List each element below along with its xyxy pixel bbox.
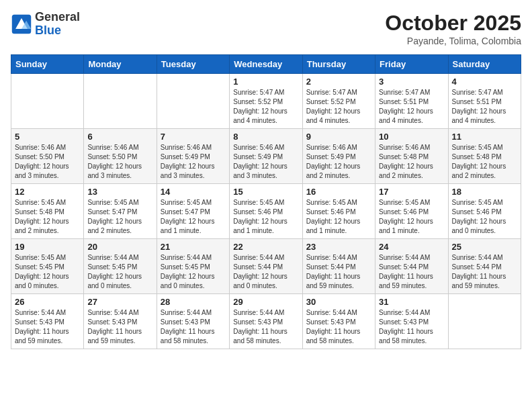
calendar-cell: 28Sunrise: 5:44 AM Sunset: 5:43 PM Dayli… xyxy=(157,294,229,349)
day-of-week-header: Wednesday xyxy=(230,55,302,74)
day-number: 17 xyxy=(379,187,444,197)
day-number: 10 xyxy=(379,132,444,142)
day-info: Sunrise: 5:45 AM Sunset: 5:47 PM Dayligh… xyxy=(87,198,152,236)
calendar-cell: 21Sunrise: 5:44 AM Sunset: 5:45 PM Dayli… xyxy=(157,239,229,294)
day-info: Sunrise: 5:46 AM Sunset: 5:49 PM Dayligh… xyxy=(306,143,371,181)
day-info: Sunrise: 5:46 AM Sunset: 5:49 PM Dayligh… xyxy=(161,143,226,181)
logo-icon xyxy=(11,13,32,35)
day-number: 30 xyxy=(306,297,371,307)
day-info: Sunrise: 5:44 AM Sunset: 5:43 PM Dayligh… xyxy=(87,308,152,346)
calendar-cell: 6Sunrise: 5:46 AM Sunset: 5:50 PM Daylig… xyxy=(84,129,157,184)
calendar-table: SundayMondayTuesdayWednesdayThursdayFrid… xyxy=(11,54,521,349)
calendar-cell: 22Sunrise: 5:44 AM Sunset: 5:44 PM Dayli… xyxy=(230,239,302,294)
day-number: 23 xyxy=(306,242,371,252)
calendar-cell: 1Sunrise: 5:47 AM Sunset: 5:52 PM Daylig… xyxy=(230,74,302,129)
day-number: 16 xyxy=(306,187,371,197)
day-info: Sunrise: 5:45 AM Sunset: 5:46 PM Dayligh… xyxy=(452,198,517,236)
day-info: Sunrise: 5:44 AM Sunset: 5:43 PM Dayligh… xyxy=(161,308,226,346)
day-number: 6 xyxy=(87,132,152,142)
calendar-cell: 9Sunrise: 5:46 AM Sunset: 5:49 PM Daylig… xyxy=(302,129,375,184)
day-number: 1 xyxy=(233,77,298,87)
day-info: Sunrise: 5:45 AM Sunset: 5:46 PM Dayligh… xyxy=(379,198,444,236)
day-number: 12 xyxy=(15,187,80,197)
calendar-week-row: 12Sunrise: 5:45 AM Sunset: 5:48 PM Dayli… xyxy=(11,184,521,239)
calendar-cell: 12Sunrise: 5:45 AM Sunset: 5:48 PM Dayli… xyxy=(11,184,84,239)
day-info: Sunrise: 5:46 AM Sunset: 5:50 PM Dayligh… xyxy=(15,143,80,181)
day-info: Sunrise: 5:45 AM Sunset: 5:46 PM Dayligh… xyxy=(306,198,371,236)
day-number: 22 xyxy=(233,242,298,252)
day-info: Sunrise: 5:47 AM Sunset: 5:52 PM Dayligh… xyxy=(233,88,298,126)
day-number: 13 xyxy=(87,187,152,197)
calendar-cell: 4Sunrise: 5:47 AM Sunset: 5:51 PM Daylig… xyxy=(448,74,521,129)
day-info: Sunrise: 5:46 AM Sunset: 5:50 PM Dayligh… xyxy=(87,143,152,181)
calendar-cell: 23Sunrise: 5:44 AM Sunset: 5:44 PM Dayli… xyxy=(302,239,375,294)
calendar-cell: 5Sunrise: 5:46 AM Sunset: 5:50 PM Daylig… xyxy=(11,129,84,184)
day-info: Sunrise: 5:45 AM Sunset: 5:48 PM Dayligh… xyxy=(452,143,517,181)
calendar-cell: 18Sunrise: 5:45 AM Sunset: 5:46 PM Dayli… xyxy=(448,184,521,239)
day-number: 21 xyxy=(161,242,226,252)
day-number: 18 xyxy=(452,187,517,197)
calendar-cell: 20Sunrise: 5:44 AM Sunset: 5:45 PM Dayli… xyxy=(84,239,157,294)
calendar-week-row: 26Sunrise: 5:44 AM Sunset: 5:43 PM Dayli… xyxy=(11,294,521,349)
calendar-cell: 15Sunrise: 5:45 AM Sunset: 5:46 PM Dayli… xyxy=(230,184,302,239)
calendar-cell xyxy=(84,74,157,129)
calendar-cell: 27Sunrise: 5:44 AM Sunset: 5:43 PM Dayli… xyxy=(84,294,157,349)
day-info: Sunrise: 5:44 AM Sunset: 5:43 PM Dayligh… xyxy=(306,308,371,346)
day-info: Sunrise: 5:44 AM Sunset: 5:44 PM Dayligh… xyxy=(233,253,298,291)
day-number: 19 xyxy=(15,242,80,252)
calendar-cell: 14Sunrise: 5:45 AM Sunset: 5:47 PM Dayli… xyxy=(157,184,229,239)
calendar-cell: 26Sunrise: 5:44 AM Sunset: 5:43 PM Dayli… xyxy=(11,294,84,349)
day-number: 20 xyxy=(87,242,152,252)
logo: General Blue xyxy=(11,11,80,38)
day-info: Sunrise: 5:44 AM Sunset: 5:43 PM Dayligh… xyxy=(15,308,80,346)
day-number: 26 xyxy=(15,297,80,307)
calendar-cell: 24Sunrise: 5:44 AM Sunset: 5:44 PM Dayli… xyxy=(375,239,448,294)
calendar-cell: 7Sunrise: 5:46 AM Sunset: 5:49 PM Daylig… xyxy=(157,129,229,184)
day-number: 3 xyxy=(379,77,444,87)
calendar-cell: 2Sunrise: 5:47 AM Sunset: 5:52 PM Daylig… xyxy=(302,74,375,129)
calendar-header-row: SundayMondayTuesdayWednesdayThursdayFrid… xyxy=(11,55,521,74)
day-of-week-header: Thursday xyxy=(302,55,375,74)
day-info: Sunrise: 5:46 AM Sunset: 5:49 PM Dayligh… xyxy=(233,143,298,181)
day-info: Sunrise: 5:44 AM Sunset: 5:44 PM Dayligh… xyxy=(306,253,371,291)
day-of-week-header: Monday xyxy=(84,55,157,74)
calendar-cell: 10Sunrise: 5:46 AM Sunset: 5:48 PM Dayli… xyxy=(375,129,448,184)
logo-text: General Blue xyxy=(35,11,80,38)
day-number: 8 xyxy=(233,132,298,142)
calendar-cell xyxy=(157,74,229,129)
day-info: Sunrise: 5:45 AM Sunset: 5:46 PM Dayligh… xyxy=(233,198,298,236)
day-number: 28 xyxy=(161,297,226,307)
calendar-cell: 3Sunrise: 5:47 AM Sunset: 5:51 PM Daylig… xyxy=(375,74,448,129)
calendar-week-row: 5Sunrise: 5:46 AM Sunset: 5:50 PM Daylig… xyxy=(11,129,521,184)
day-number: 9 xyxy=(306,132,371,142)
title-block: October 2025 Payande, Tolima, Colombia xyxy=(385,11,521,46)
calendar-cell: 29Sunrise: 5:44 AM Sunset: 5:43 PM Dayli… xyxy=(230,294,302,349)
day-info: Sunrise: 5:45 AM Sunset: 5:47 PM Dayligh… xyxy=(161,198,226,236)
day-info: Sunrise: 5:45 AM Sunset: 5:48 PM Dayligh… xyxy=(15,198,80,236)
day-info: Sunrise: 5:44 AM Sunset: 5:45 PM Dayligh… xyxy=(87,253,152,291)
calendar-cell: 17Sunrise: 5:45 AM Sunset: 5:46 PM Dayli… xyxy=(375,184,448,239)
calendar-cell: 19Sunrise: 5:45 AM Sunset: 5:45 PM Dayli… xyxy=(11,239,84,294)
calendar-week-row: 1Sunrise: 5:47 AM Sunset: 5:52 PM Daylig… xyxy=(11,74,521,129)
calendar-cell: 25Sunrise: 5:44 AM Sunset: 5:44 PM Dayli… xyxy=(448,239,521,294)
day-of-week-header: Friday xyxy=(375,55,448,74)
calendar-cell: 8Sunrise: 5:46 AM Sunset: 5:49 PM Daylig… xyxy=(230,129,302,184)
day-number: 24 xyxy=(379,242,444,252)
day-number: 15 xyxy=(233,187,298,197)
page-header: General Blue October 2025 Payande, Tolim… xyxy=(11,11,521,46)
day-info: Sunrise: 5:44 AM Sunset: 5:43 PM Dayligh… xyxy=(379,308,444,346)
day-number: 11 xyxy=(452,132,517,142)
calendar-cell xyxy=(11,74,84,129)
day-of-week-header: Tuesday xyxy=(157,55,229,74)
day-number: 4 xyxy=(452,77,517,87)
day-info: Sunrise: 5:45 AM Sunset: 5:45 PM Dayligh… xyxy=(15,253,80,291)
calendar-cell: 11Sunrise: 5:45 AM Sunset: 5:48 PM Dayli… xyxy=(448,129,521,184)
calendar-cell: 31Sunrise: 5:44 AM Sunset: 5:43 PM Dayli… xyxy=(375,294,448,349)
day-info: Sunrise: 5:47 AM Sunset: 5:51 PM Dayligh… xyxy=(452,88,517,126)
day-info: Sunrise: 5:44 AM Sunset: 5:44 PM Dayligh… xyxy=(379,253,444,291)
day-info: Sunrise: 5:44 AM Sunset: 5:44 PM Dayligh… xyxy=(452,253,517,291)
day-of-week-header: Sunday xyxy=(11,55,84,74)
day-number: 5 xyxy=(15,132,80,142)
month-title: October 2025 xyxy=(385,11,521,36)
day-number: 25 xyxy=(452,242,517,252)
